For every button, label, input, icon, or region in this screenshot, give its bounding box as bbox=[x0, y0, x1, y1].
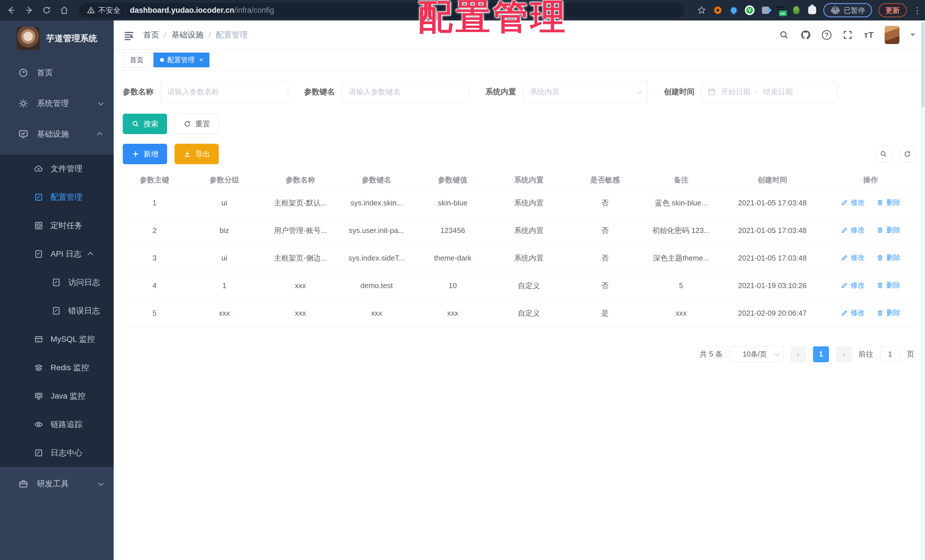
browser-update-button[interactable]: 更新 bbox=[878, 3, 907, 17]
sidebar-item-scheduled-tasks[interactable]: 定时任务 bbox=[0, 211, 114, 240]
filter-param-name: 参数名称 bbox=[123, 81, 288, 102]
reload-icon[interactable] bbox=[42, 5, 52, 15]
profile-paused-badge[interactable]: 😂 已暂停 bbox=[823, 3, 872, 17]
url-text[interactable]: dashboard.yudao.iocoder.cn/infra/config bbox=[130, 6, 274, 15]
current-page-button[interactable]: 1 bbox=[813, 346, 829, 362]
reset-button[interactable]: 重置 bbox=[175, 114, 219, 134]
breadcrumb-current: 配置管理 bbox=[216, 30, 248, 40]
cell-remark: 深色主题theme... bbox=[643, 244, 719, 272]
scrollbar-thumb[interactable] bbox=[922, 22, 924, 107]
app: 芋道管理系统 首页 系统管理 bbox=[0, 21, 925, 560]
config-table: 参数主键 参数分组 参数名称 参数键名 参数键值 系统内置 是否敏感 备注 创建… bbox=[123, 171, 916, 327]
sidebar-item-label: 配置管理 bbox=[51, 192, 83, 203]
app-logo-row[interactable]: 芋道管理系统 bbox=[0, 21, 114, 57]
cell-id: 1 bbox=[123, 189, 186, 217]
add-button[interactable]: 新增 bbox=[123, 144, 167, 164]
sidebar-item-mysql-monitor[interactable]: MySQL 监控 bbox=[0, 325, 114, 354]
tab-config-management[interactable]: 配置管理 × bbox=[154, 53, 209, 67]
extension-sprout-icon[interactable] bbox=[791, 5, 801, 15]
prev-page-button[interactable]: ‹ bbox=[790, 346, 806, 362]
sidebar-submenu: 文件管理 配置管理 定时任务 bbox=[0, 155, 114, 467]
address-bar[interactable]: 不安全 dashboard.yudao.iocoder.cn/infra/con… bbox=[79, 3, 684, 18]
breadcrumb-home[interactable]: 首页 bbox=[143, 30, 159, 40]
date-range-picker[interactable]: 开始日期 - 结束日期 bbox=[701, 81, 838, 102]
dashboard-icon bbox=[18, 68, 29, 78]
sidebar-item-config-management[interactable]: 配置管理 bbox=[0, 183, 114, 211]
back-icon[interactable] bbox=[6, 5, 17, 15]
sidebar-item-java-monitor[interactable]: Java 监控 bbox=[0, 382, 114, 410]
cell-value: 10 bbox=[414, 272, 491, 300]
tab-home[interactable]: 首页 bbox=[124, 53, 150, 67]
sidebar-item-tracing[interactable]: 链路追踪 bbox=[0, 410, 114, 439]
export-button[interactable]: 导出 bbox=[175, 144, 219, 164]
breadcrumb-infrastructure[interactable]: 基础设施 bbox=[172, 30, 203, 40]
delete-link[interactable]: 删除 bbox=[877, 225, 900, 235]
sidebar-item-access-logs[interactable]: 访问日志 bbox=[0, 268, 114, 297]
sidebar-item-error-logs[interactable]: 错误日志 bbox=[0, 297, 114, 325]
cell-builtin: 系统内置 bbox=[491, 189, 567, 217]
builtin-label: 系统内置 bbox=[485, 87, 516, 97]
sidebar-item-file-management[interactable]: 文件管理 bbox=[0, 155, 114, 183]
edit-link[interactable]: 修改 bbox=[841, 225, 865, 235]
main-panel: 首页 / 基础设施 / 配置管理 ? bbox=[114, 21, 925, 560]
sidebar-item-dev-tools[interactable]: 研发工具 bbox=[0, 467, 114, 501]
bookmark-star-icon[interactable] bbox=[696, 5, 707, 15]
home-icon[interactable] bbox=[59, 5, 69, 15]
sidebar-collapse-icon[interactable] bbox=[124, 30, 135, 40]
delete-link[interactable]: 删除 bbox=[877, 280, 900, 290]
cell-name: 主框架页-默认... bbox=[262, 189, 339, 217]
edit-link[interactable]: 修改 bbox=[841, 198, 865, 207]
extensions-puzzle-icon[interactable] bbox=[807, 5, 817, 15]
extension-on-badge-icon[interactable]: on bbox=[777, 6, 785, 14]
sidebar-item-label: MySQL 监控 bbox=[51, 334, 95, 345]
caret-down-icon[interactable] bbox=[910, 33, 915, 39]
goto-page-input[interactable] bbox=[880, 346, 900, 362]
param-name-input[interactable] bbox=[160, 81, 288, 102]
extension-green-check-icon[interactable]: V bbox=[745, 5, 755, 15]
sidebar-item-system-management[interactable]: 系统管理 bbox=[0, 88, 114, 119]
user-avatar[interactable] bbox=[885, 26, 899, 44]
extension-pin-icon[interactable] bbox=[729, 5, 738, 15]
delete-link[interactable]: 删除 bbox=[877, 198, 900, 207]
edit-link[interactable]: 修改 bbox=[841, 253, 865, 262]
sidebar-item-api-logs[interactable]: API 日志 bbox=[0, 240, 114, 268]
font-size-icon[interactable]: тT bbox=[864, 30, 874, 40]
extension-puzzle-blue-icon[interactable] bbox=[761, 5, 770, 15]
search-icon[interactable] bbox=[779, 30, 789, 40]
refresh-table-button[interactable] bbox=[899, 146, 916, 163]
param-key-input[interactable] bbox=[342, 81, 470, 102]
edit-link[interactable]: 修改 bbox=[841, 280, 865, 290]
page-size-select[interactable]: 10条/页 bbox=[729, 346, 783, 363]
eye-icon bbox=[34, 420, 43, 429]
delete-link[interactable]: 删除 bbox=[877, 308, 900, 318]
sidebar-item-infrastructure[interactable]: 基础设施 bbox=[0, 119, 114, 149]
tab-close-icon[interactable]: × bbox=[199, 56, 203, 64]
cell-group: 1 bbox=[186, 272, 262, 300]
sidebar-item-log-center[interactable]: 日志中心 bbox=[0, 439, 114, 467]
sidebar-item-redis-monitor[interactable]: Redis 监控 bbox=[0, 354, 114, 382]
cell-value: theme-dark bbox=[414, 244, 491, 272]
cell-ops: 修改 删除 bbox=[826, 189, 916, 217]
app-logo bbox=[17, 27, 40, 50]
navbar-actions: ? тT bbox=[779, 26, 915, 44]
edit-link[interactable]: 修改 bbox=[841, 308, 865, 318]
extension-orange-icon[interactable] bbox=[713, 5, 723, 15]
main-scrollbar[interactable] bbox=[921, 21, 925, 560]
help-icon[interactable]: ? bbox=[822, 30, 832, 40]
search-button[interactable]: 搜索 bbox=[123, 114, 167, 134]
github-icon[interactable] bbox=[800, 30, 811, 40]
briefcase-icon bbox=[18, 479, 29, 489]
sidebar: 芋道管理系统 首页 系统管理 bbox=[0, 21, 114, 560]
next-page-button[interactable]: › bbox=[836, 346, 852, 362]
fullscreen-icon[interactable] bbox=[842, 30, 853, 40]
sidebar-bottom-section: 研发工具 bbox=[0, 467, 114, 560]
browser-menu-icon[interactable]: ⋮ bbox=[913, 5, 919, 15]
sidebar-item-home[interactable]: 首页 bbox=[0, 57, 114, 88]
screen: 不安全 dashboard.yudao.iocoder.cn/infra/con… bbox=[0, 0, 925, 560]
toggle-search-button[interactable] bbox=[875, 146, 892, 163]
forward-icon[interactable] bbox=[24, 5, 34, 15]
builtin-select[interactable]: 系统内置 bbox=[523, 81, 648, 102]
security-status[interactable]: 不安全 bbox=[87, 5, 121, 15]
delete-link[interactable]: 删除 bbox=[877, 253, 900, 262]
cell-builtin: 自定义 bbox=[491, 300, 567, 327]
